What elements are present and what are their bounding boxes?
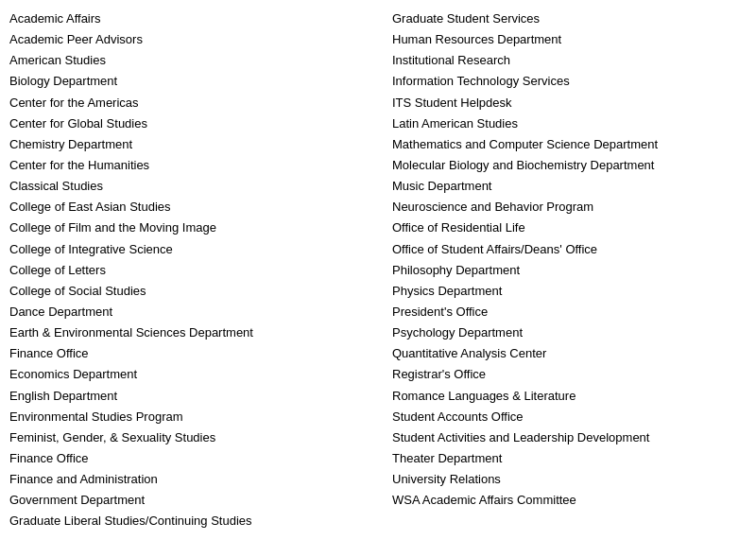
- list-item: Academic Peer Advisors: [9, 30, 364, 49]
- list-item: English Department: [9, 387, 364, 406]
- list-item: Environmental Studies Program: [9, 408, 364, 427]
- list-item: Office of Residential Life: [392, 218, 747, 237]
- list-item: Romance Languages & Literature: [392, 387, 747, 406]
- list-item: Academic Affairs: [9, 9, 364, 28]
- list-item: Human Resources Department: [392, 30, 747, 49]
- list-item: Center for Global Studies: [9, 114, 364, 133]
- list-item: President's Office: [392, 303, 747, 322]
- list-item: Physics Department: [392, 282, 747, 301]
- list-item: Psychology Department: [392, 323, 747, 342]
- list-item: Registrar's Office: [392, 365, 747, 384]
- right-column: Graduate Student ServicesHuman Resources…: [383, 9, 747, 531]
- list-item: Center for the Humanities: [9, 156, 364, 175]
- list-item: Biology Department: [9, 72, 364, 91]
- list-item: Feminist, Gender, & Sexuality Studies: [9, 428, 364, 447]
- list-item: Quantitative Analysis Center: [392, 344, 747, 363]
- list-item: University Relations: [392, 470, 747, 489]
- list-item: Mathematics and Computer Science Departm…: [392, 135, 747, 154]
- list-item: College of Integrative Science: [9, 240, 364, 259]
- list-item: Information Technology Services: [392, 72, 747, 91]
- list-item: Classical Studies: [9, 177, 364, 196]
- list-item: Graduate Student Services: [392, 9, 747, 28]
- list-item: College of East Asian Studies: [9, 198, 364, 217]
- list-item: Earth & Environmental Sciences Departmen…: [9, 323, 364, 342]
- list-item: Molecular Biology and Biochemistry Depar…: [392, 156, 747, 175]
- list-item: Latin American Studies: [392, 114, 747, 133]
- list-item: Institutional Research: [392, 51, 747, 70]
- main-container: Academic AffairsAcademic Peer AdvisorsAm…: [0, 0, 756, 540]
- list-item: Finance Office: [9, 449, 364, 468]
- list-item: Philosophy Department: [392, 261, 747, 280]
- list-item: College of Social Studies: [9, 282, 364, 301]
- list-item: Student Activities and Leadership Develo…: [392, 428, 747, 447]
- list-item: Graduate Liberal Studies/Continuing Stud…: [9, 512, 364, 531]
- list-item: Neuroscience and Behavior Program: [392, 198, 747, 217]
- list-item: American Studies: [9, 51, 364, 70]
- list-item: Center for the Americas: [9, 94, 364, 113]
- list-item: Finance and Administration: [9, 470, 364, 489]
- list-item: Music Department: [392, 177, 747, 196]
- list-item: College of Film and the Moving Image: [9, 218, 364, 237]
- left-column: Academic AffairsAcademic Peer AdvisorsAm…: [9, 9, 383, 531]
- list-item: Student Accounts Office: [392, 408, 747, 427]
- list-item: WSA Academic Affairs Committee: [392, 491, 747, 510]
- list-item: ITS Student Helpdesk: [392, 94, 747, 113]
- list-item: Finance Office: [9, 344, 364, 363]
- list-item: Government Department: [9, 491, 364, 510]
- list-item: Dance Department: [9, 303, 364, 322]
- list-item: Office of Student Affairs/Deans' Office: [392, 240, 747, 259]
- list-item: College of Letters: [9, 261, 364, 280]
- list-item: Economics Department: [9, 365, 364, 384]
- list-item: Chemistry Department: [9, 135, 364, 154]
- list-item: Theater Department: [392, 449, 747, 468]
